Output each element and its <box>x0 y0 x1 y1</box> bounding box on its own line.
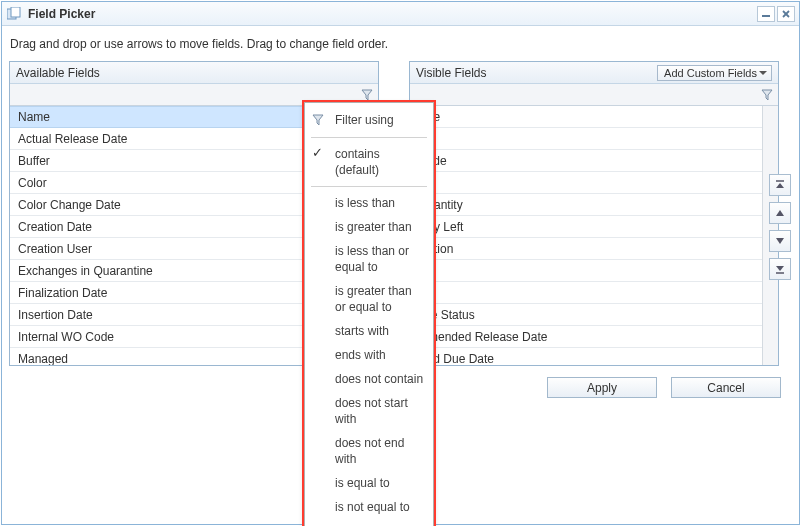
visible-filter-row <box>410 84 778 106</box>
filter-option-label: contains (default) <box>335 147 380 177</box>
funnel-icon <box>311 113 325 127</box>
visible-fields-header: Visible Fields Add Custom Fields <box>410 62 778 84</box>
list-item[interactable]: ised Due Date <box>410 348 778 365</box>
svg-rect-1 <box>11 7 20 17</box>
filter-menu[interactable]: Filter using ✓ contains (default) is les… <box>304 102 434 526</box>
list-item[interactable]: Code <box>410 150 778 172</box>
filter-option[interactable]: does not start with <box>305 391 433 431</box>
check-icon: ✓ <box>312 145 323 161</box>
list-item[interactable]: ase Status <box>410 304 778 326</box>
titlebar: Field Picker <box>2 2 799 26</box>
filter-option[interactable]: does not end with <box>305 431 433 471</box>
list-item[interactable]: ntity Left <box>410 216 778 238</box>
minimize-button[interactable] <box>757 6 775 22</box>
filter-menu-title-text: Filter using <box>335 113 394 127</box>
footer-buttons: Apply Cancel <box>547 377 781 398</box>
filter-option[interactable]: is equal to <box>305 471 433 495</box>
list-item[interactable]: ination <box>410 238 778 260</box>
filter-option[interactable]: does not contain <box>305 367 433 391</box>
list-item[interactable] <box>410 128 778 150</box>
instructions-text: Drag and drop or use arrows to move fiel… <box>2 26 799 61</box>
filter-option[interactable]: ends with <box>305 343 433 367</box>
list-item[interactable]: ty <box>410 282 778 304</box>
list-item[interactable] <box>410 260 778 282</box>
menu-separator <box>311 137 427 138</box>
close-button[interactable] <box>777 6 795 22</box>
move-up-button[interactable] <box>769 202 791 224</box>
filter-option[interactable]: starts with <box>305 319 433 343</box>
filter-option[interactable]: is blank <box>305 519 433 526</box>
visible-fields-panel: Visible Fields Add Custom Fields TitleCo… <box>409 61 779 366</box>
move-top-button[interactable] <box>769 174 791 196</box>
filter-option[interactable]: is greater than <box>305 215 433 239</box>
filter-option[interactable]: is not equal to <box>305 495 433 519</box>
filter-option-contains[interactable]: ✓ contains (default) <box>305 142 433 182</box>
field-picker-window: Field Picker Drag and drop or use arrows… <box>1 1 800 525</box>
move-down-button[interactable] <box>769 230 791 252</box>
available-fields-title: Available Fields <box>16 66 372 80</box>
filter-option[interactable]: is less than <box>305 191 433 215</box>
window-title: Field Picker <box>28 7 755 21</box>
filter-option[interactable]: is greater than or equal to <box>305 279 433 319</box>
visible-fields-list[interactable]: TitleCodeQuantityntity Leftinationtyase … <box>410 106 778 365</box>
reorder-buttons <box>769 174 791 280</box>
add-custom-fields-button[interactable]: Add Custom Fields <box>657 65 772 81</box>
apply-button[interactable]: Apply <box>547 377 657 398</box>
move-bottom-button[interactable] <box>769 258 791 280</box>
list-item[interactable]: Title <box>410 106 778 128</box>
filter-icon[interactable] <box>360 88 374 102</box>
filter-menu-title: Filter using <box>305 109 433 133</box>
list-item[interactable]: Quantity <box>410 194 778 216</box>
list-item[interactable]: mmended Release Date <box>410 326 778 348</box>
filter-option[interactable]: is less than or equal to <box>305 239 433 279</box>
filter-icon[interactable] <box>760 88 774 102</box>
app-icon <box>6 6 22 22</box>
list-item[interactable] <box>410 172 778 194</box>
cancel-button[interactable]: Cancel <box>671 377 781 398</box>
available-fields-header: Available Fields <box>10 62 378 84</box>
menu-separator <box>311 186 427 187</box>
visible-fields-title: Visible Fields <box>416 66 657 80</box>
